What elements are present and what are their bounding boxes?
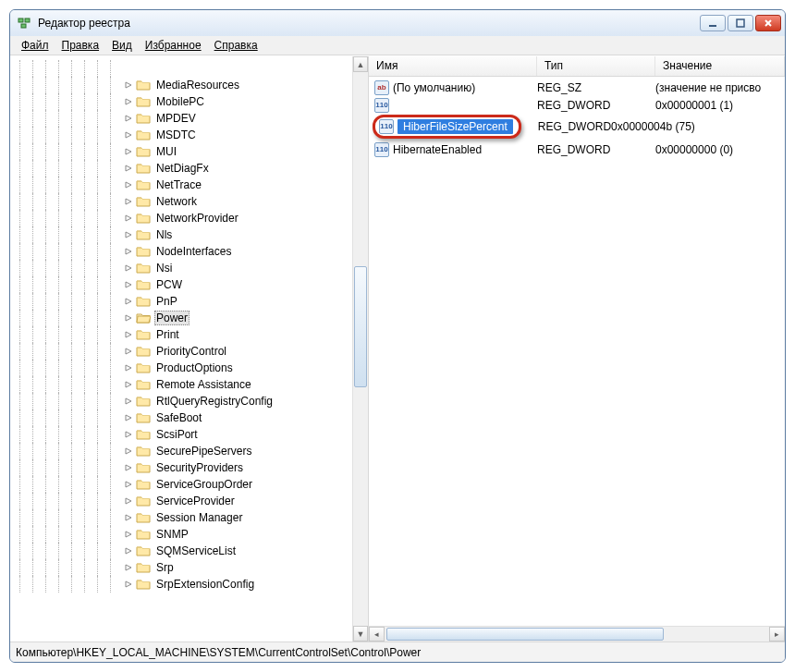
- tree-item[interactable]: MPDEV: [19, 110, 368, 127]
- expand-icon[interactable]: [123, 512, 134, 523]
- expand-icon[interactable]: [123, 179, 134, 190]
- tree-item[interactable]: SecurityProviders: [19, 459, 368, 476]
- scroll-track[interactable]: [385, 627, 769, 641]
- list-row[interactable]: 110HiberFileSizePercentREG_DWORD0x000000…: [369, 115, 785, 138]
- column-name[interactable]: Имя: [369, 56, 537, 76]
- tree-item[interactable]: Nls: [19, 226, 368, 243]
- tree-item-label: NetTrace: [154, 178, 203, 191]
- tree-item[interactable]: ProductOptions: [19, 360, 368, 376]
- expand-icon[interactable]: [123, 246, 134, 257]
- expand-icon[interactable]: [123, 379, 134, 390]
- tree-item[interactable]: PnP: [19, 293, 368, 310]
- expand-icon[interactable]: [123, 479, 134, 490]
- tree-item[interactable]: Remote Assistance: [19, 376, 368, 393]
- value-data: 0x00000000 (0): [655, 143, 785, 156]
- menu-edit[interactable]: Правка: [56, 37, 105, 54]
- expand-icon[interactable]: [123, 545, 134, 556]
- expand-icon[interactable]: [123, 263, 134, 274]
- scroll-down-button[interactable]: ▼: [353, 626, 368, 641]
- scroll-left-button[interactable]: ◂: [369, 627, 385, 641]
- folder-icon: [136, 328, 151, 341]
- tree-item[interactable]: ScsiPort: [19, 426, 368, 443]
- scroll-up-button[interactable]: ▲: [353, 56, 368, 72]
- tree-item[interactable]: Srp: [19, 559, 368, 576]
- tree-item[interactable]: SNMP: [19, 526, 368, 543]
- tree-item[interactable]: SrpExtensionConfig: [19, 576, 368, 593]
- expand-icon[interactable]: [123, 396, 134, 407]
- menu-file[interactable]: Файл: [16, 37, 55, 54]
- expand-icon[interactable]: [123, 579, 134, 590]
- list-row[interactable]: 110HibernateEnabledREG_DWORD0x00000000 (…: [369, 141, 785, 158]
- expand-icon[interactable]: [123, 296, 134, 307]
- tree-item[interactable]: MSDTC: [19, 127, 368, 143]
- expand-icon[interactable]: [123, 529, 134, 540]
- expand-icon[interactable]: [123, 495, 134, 507]
- folder-icon: [136, 262, 151, 275]
- tree-item[interactable]: SecurePipeServers: [19, 443, 368, 459]
- tree-item[interactable]: PCW: [19, 276, 368, 293]
- tree-item[interactable]: Network: [19, 193, 368, 210]
- expand-icon[interactable]: [123, 312, 134, 324]
- value-name-label: HiberFileSizePercent: [398, 119, 513, 134]
- expand-icon[interactable]: [123, 96, 134, 107]
- tree-item[interactable]: Power: [19, 310, 368, 326]
- folder-icon: [136, 128, 151, 141]
- tree-item[interactable]: RtlQueryRegistryConfig: [19, 393, 368, 409]
- tree-item[interactable]: ServiceGroupOrder: [19, 476, 368, 493]
- tree-pane: MediaResourcesMobilePCMPDEVMSDTCMUINetDi…: [10, 56, 369, 641]
- scroll-thumb[interactable]: [354, 266, 367, 388]
- reg-dword-icon: 110: [379, 119, 394, 134]
- tree-item[interactable]: NetworkProvider: [19, 210, 368, 226]
- expand-icon[interactable]: [123, 279, 134, 290]
- folder-icon: [136, 312, 151, 324]
- list-row[interactable]: ab(По умолчанию)REG_SZ(значение не присв…: [369, 79, 785, 96]
- list-row[interactable]: 110REG_DWORD0x00000001 (1): [369, 96, 785, 114]
- tree-item[interactable]: SafeBoot: [19, 409, 368, 426]
- minimize-button[interactable]: [700, 15, 726, 31]
- expand-icon[interactable]: [123, 412, 134, 423]
- tree-item[interactable]: SQMServiceList: [19, 543, 368, 559]
- expand-icon[interactable]: [123, 79, 134, 91]
- expand-icon[interactable]: [123, 329, 134, 340]
- tree-item[interactable]: MobilePC: [19, 93, 368, 110]
- expand-icon[interactable]: [123, 196, 134, 207]
- expand-icon[interactable]: [123, 146, 134, 157]
- expand-icon[interactable]: [123, 129, 134, 141]
- titlebar[interactable]: Редактор реестра: [10, 10, 785, 36]
- menu-favorites[interactable]: Избранное: [140, 37, 207, 54]
- highlighted-value[interactable]: 110HiberFileSizePercent: [373, 115, 521, 139]
- expand-icon[interactable]: [123, 362, 134, 373]
- tree-item[interactable]: NetTrace: [19, 177, 368, 193]
- scroll-thumb[interactable]: [386, 628, 664, 641]
- tree-item[interactable]: MediaResources: [19, 77, 368, 93]
- expand-icon[interactable]: [123, 163, 134, 174]
- menu-help[interactable]: Справка: [209, 37, 263, 54]
- scroll-track[interactable]: [353, 72, 368, 626]
- list-horizontal-scrollbar[interactable]: ◂ ▸: [369, 626, 785, 641]
- scroll-right-button[interactable]: ▸: [769, 627, 785, 641]
- close-button[interactable]: [755, 15, 781, 31]
- folder-icon: [136, 561, 151, 574]
- menu-view[interactable]: Вид: [106, 37, 138, 54]
- column-type[interactable]: Тип: [537, 56, 655, 76]
- expand-icon[interactable]: [123, 446, 134, 457]
- tree-item[interactable]: ServiceProvider: [19, 493, 368, 509]
- tree-item[interactable]: PriorityControl: [19, 343, 368, 360]
- expand-icon[interactable]: [123, 229, 134, 240]
- expand-icon[interactable]: [123, 462, 134, 473]
- tree-item[interactable]: Print: [19, 326, 368, 343]
- column-value[interactable]: Значение: [655, 56, 785, 76]
- tree-item[interactable]: NetDiagFx: [19, 160, 368, 177]
- maximize-button[interactable]: [728, 15, 753, 31]
- expand-icon[interactable]: [123, 346, 134, 357]
- tree-item[interactable]: NodeInterfaces: [19, 243, 368, 260]
- tree-item[interactable]: Session Manager: [19, 509, 368, 526]
- tree-item[interactable]: MUI: [19, 143, 368, 160]
- tree-item[interactable]: Nsi: [19, 260, 368, 276]
- window-buttons: [700, 15, 781, 31]
- tree-vertical-scrollbar[interactable]: ▲ ▼: [352, 56, 368, 641]
- expand-icon[interactable]: [123, 213, 134, 224]
- expand-icon[interactable]: [123, 113, 134, 124]
- expand-icon[interactable]: [123, 429, 134, 440]
- expand-icon[interactable]: [123, 562, 134, 573]
